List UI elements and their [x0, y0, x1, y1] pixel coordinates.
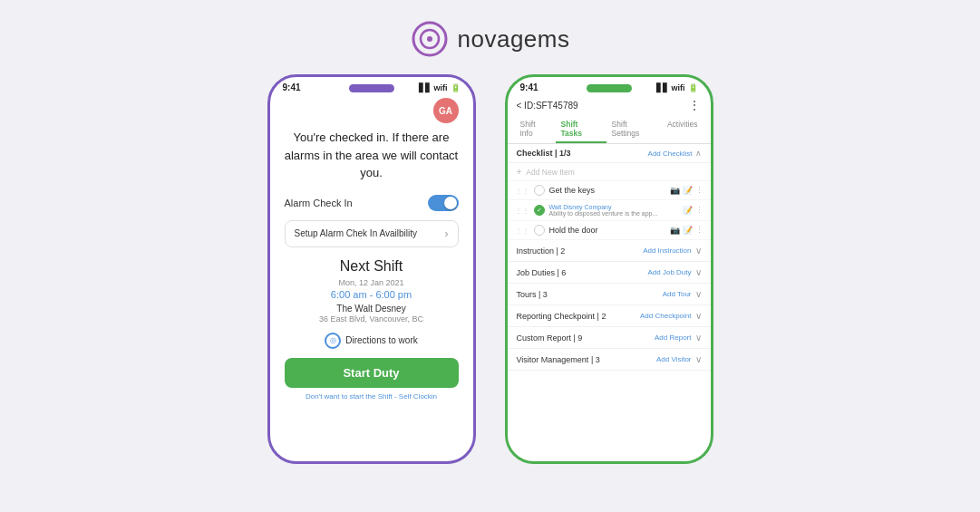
signal-icon: ▋▋	[419, 83, 432, 92]
chevron-down-icon[interactable]: ∨	[695, 289, 702, 299]
check-circle[interactable]	[534, 185, 545, 196]
drag-handle-icon: ⋮⋮	[515, 227, 529, 235]
add-tour-link[interactable]: Add Tour	[663, 290, 692, 298]
custom-report-title: Custom Report | 9	[517, 333, 583, 343]
item-icons: 📷 📝 ⋮	[670, 226, 703, 235]
self-clockin-link[interactable]: Self Clockin	[399, 392, 437, 401]
wifi-icon: wifi	[434, 83, 448, 92]
tours-title: Tours | 3	[517, 290, 548, 299]
signal-icon: ▋▋	[656, 83, 669, 92]
drag-handle-icon: ⋮⋮	[515, 207, 529, 215]
item-content: Get the keys	[549, 186, 665, 195]
checklist-item: ⋮⋮ Hold the door 📷 📝 ⋮	[508, 221, 711, 240]
item-content: Hold the door	[549, 226, 665, 235]
checked-in-message: You're checked in. If there are alarms i…	[285, 129, 459, 182]
add-checkpoint-link[interactable]: Add Checkpoint	[640, 312, 691, 320]
setup-alarm-label: Setup Alarm Chek In Availbility	[295, 228, 417, 238]
alarm-toggle[interactable]	[428, 195, 459, 211]
chevron-down-icon[interactable]: ∨	[695, 354, 702, 364]
back-row: < ID:SFT45789 ⋮	[508, 94, 711, 116]
item-content: Walt Disney Company Ability to disposed …	[549, 204, 678, 217]
more-icon[interactable]: ⋮	[695, 186, 703, 195]
checklist-item: ⋮⋮ Get the keys 📷 📝 ⋮	[508, 181, 711, 200]
job-duties-section-row: Job Duties | 6 Add Job Duty ∨	[508, 262, 711, 284]
checklist-title: Checklist | 1/3	[517, 149, 571, 158]
note3-icon[interactable]: 📝	[683, 226, 693, 235]
chevron-down-icon[interactable]: ∨	[695, 333, 702, 343]
camera3-icon[interactable]: 📷	[670, 226, 680, 235]
custom-report-action-group: Add Report ∨	[655, 333, 701, 343]
instruction-title: Instruction | 2	[517, 246, 566, 256]
visitor-management-action-group: Add Visitor ∨	[656, 354, 702, 364]
more2-icon[interactable]: ⋮	[695, 206, 703, 215]
note-icon[interactable]: 📝	[683, 186, 693, 195]
app-header: novagems	[411, 20, 570, 58]
chevron-right-icon: ›	[445, 227, 449, 240]
chevron-down-icon[interactable]: ∨	[695, 311, 702, 321]
tab-shift-info[interactable]: Shift Info	[515, 116, 556, 143]
check-circle-checked[interactable]: ✓	[534, 205, 545, 216]
tab-activities[interactable]: Activities	[662, 116, 703, 143]
more3-icon[interactable]: ⋮	[695, 226, 703, 235]
left-time: 9:41	[283, 82, 301, 92]
right-time: 9:41	[520, 82, 539, 92]
avatar: GA	[433, 98, 459, 123]
add-item-placeholder: Add New Item	[526, 168, 574, 177]
drag-handle-icon: ⋮⋮	[515, 187, 529, 195]
left-phone: 9:41 ▋▋ wifi 🔋 GA You're checked in. If …	[267, 74, 476, 464]
back-button[interactable]: < ID:SFT45789	[517, 101, 578, 111]
visitor-management-section-row: Visitor Management | 3 Add Visitor ∨	[508, 349, 711, 371]
more-options-icon[interactable]: ⋮	[688, 98, 702, 112]
alarm-check-in-label: Alarm Check In	[285, 198, 353, 208]
add-report-link[interactable]: Add Report	[655, 333, 691, 342]
shift-date: Mon, 12 Jan 2021	[319, 278, 423, 287]
item-subtitle: Ability to disposed venture is the app..…	[549, 210, 678, 217]
plus-icon: +	[517, 167, 522, 177]
left-status-bar: 9:41 ▋▋ wifi 🔋	[270, 77, 473, 94]
phones-container: 9:41 ▋▋ wifi 🔋 GA You're checked in. If …	[267, 74, 713, 464]
shift-location: The Walt Desney	[319, 304, 423, 314]
brand-name: novagems	[458, 25, 570, 53]
instruction-section-row: Instruction | 2 Add Instruction ∨	[508, 240, 711, 262]
shift-address: 36 East Blvd, Vancouver, BC	[319, 314, 423, 324]
start-duty-button[interactable]: Start Duty	[285, 358, 459, 388]
add-job-duty-link[interactable]: Add Job Duty	[647, 268, 691, 276]
tours-section-row: Tours | 3 Add Tour ∨	[508, 284, 711, 305]
custom-report-section-row: Custom Report | 9 Add Report ∨	[508, 327, 711, 349]
checklist-section-header: Checklist | 1/3 Add Checklist ∧	[508, 144, 711, 163]
tab-shift-settings[interactable]: Shift Settings	[606, 116, 662, 143]
note2-icon[interactable]: 📝	[683, 206, 693, 215]
item-icons: 📝 ⋮	[683, 206, 703, 215]
chevron-down-icon[interactable]: ∨	[695, 267, 702, 277]
alarm-check-in-row: Alarm Check In	[285, 195, 459, 211]
item-title: Get the keys	[549, 186, 665, 195]
battery-icon: 🔋	[451, 83, 461, 92]
right-status-bar: 9:41 ▋▋ wifi 🔋	[508, 77, 711, 94]
left-status-icons: ▋▋ wifi 🔋	[419, 83, 461, 92]
novagems-logo-icon	[411, 20, 449, 58]
add-new-item-row[interactable]: + Add New Item	[508, 163, 711, 181]
right-notch	[587, 84, 632, 92]
add-visitor-link[interactable]: Add Visitor	[656, 355, 692, 363]
add-checklist-action[interactable]: Add Checklist ∧	[648, 149, 702, 158]
left-phone-content: GA You're checked in. If there are alarm…	[270, 94, 473, 461]
chevron-down-icon[interactable]: ∨	[695, 246, 702, 256]
tab-shift-tasks[interactable]: Shift Tasks	[556, 116, 606, 143]
directions-label: Directions to work	[345, 335, 417, 345]
right-phone: 9:41 ▋▋ wifi 🔋 < ID:SFT45789 ⋮ Shift Inf…	[505, 74, 713, 464]
task-list: Checklist | 1/3 Add Checklist ∧ + Add Ne…	[508, 144, 711, 461]
reporting-checkpoint-section-row: Reporting Checkpoint | 2 Add Checkpoint …	[508, 305, 711, 327]
setup-alarm-row[interactable]: Setup Alarm Chek In Availbility ›	[285, 220, 459, 247]
chevron-up-icon: ∧	[695, 149, 702, 158]
left-notch	[349, 84, 394, 92]
item-icons: 📷 📝 ⋮	[670, 186, 703, 195]
instruction-action-group: Add Instruction ∨	[643, 246, 701, 256]
visitor-management-title: Visitor Management | 3	[517, 355, 600, 364]
job-duties-action-group: Add Job Duty ∨	[647, 267, 701, 277]
next-shift-section: Next Shift Mon, 12 Jan 2021 6:00 am - 6:…	[319, 258, 423, 331]
tours-action-group: Add Tour ∨	[663, 289, 702, 299]
add-instruction-link[interactable]: Add Instruction	[643, 246, 691, 255]
check-circle[interactable]	[534, 225, 545, 236]
directions-row[interactable]: ◎ Directions to work	[325, 333, 417, 349]
camera-icon[interactable]: 📷	[670, 186, 680, 195]
